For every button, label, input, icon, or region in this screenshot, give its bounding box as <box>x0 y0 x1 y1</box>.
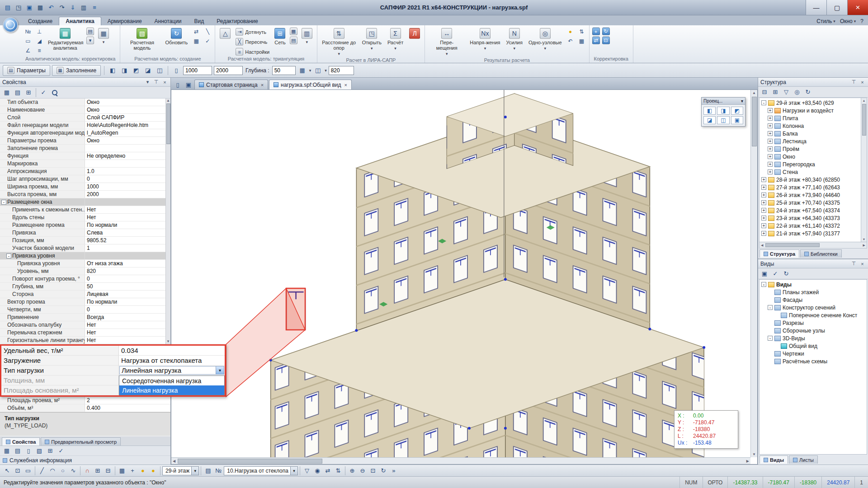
perpendicular-icon[interactable]: ⊥ <box>35 28 44 36</box>
tree-expander-icon[interactable] <box>768 328 773 333</box>
opening-height-input[interactable] <box>214 66 243 75</box>
property-row[interactable]: Наименование Окно <box>0 106 170 114</box>
rotate-icon[interactable]: ↻ <box>602 28 610 35</box>
orbit-icon[interactable]: ↻ <box>378 466 388 475</box>
property-value[interactable]: Нагрузка от стеклопакета <box>119 356 225 365</box>
property-row[interactable]: Сторона Лицевая <box>0 291 170 298</box>
property-row[interactable]: -Привязка уровня <box>0 252 170 260</box>
tree-item[interactable]: Расчётные схемы <box>760 357 867 365</box>
tree-item[interactable]: + 21-й этаж +57,940 (31377 <box>760 230 867 237</box>
displacements-button[interactable]: ↔ Пере-мещения ▾ <box>428 27 466 57</box>
opening-align-left-icon[interactable]: ◧ <box>108 66 118 75</box>
pin-icon[interactable]: ⊤ <box>850 79 857 85</box>
lira-sapr-button[interactable]: Л <box>407 27 422 40</box>
tree-item[interactable]: + Проём <box>760 145 867 153</box>
scrollbar-thumb[interactable] <box>765 243 820 247</box>
expander-icon[interactable] <box>6 207 11 212</box>
apply-icon[interactable]: ✓ <box>38 88 48 98</box>
tree-item[interactable]: - 3D-Виды <box>760 334 867 342</box>
maximize-button[interactable]: ▢ <box>826 0 847 15</box>
tree-expander-icon[interactable] <box>768 290 773 295</box>
tree-item[interactable]: + 28-й этаж +80,340 (62850 <box>760 176 867 183</box>
property-value[interactable]: l_AutoRegen <box>85 129 170 136</box>
expander-icon[interactable] <box>6 230 11 235</box>
panel-menu-icon[interactable]: ▾ <box>741 99 743 103</box>
tree-expander-icon[interactable]: + <box>768 162 773 167</box>
more-tools-icon[interactable]: » <box>389 466 399 475</box>
tab-close-icon[interactable]: × <box>260 82 264 88</box>
intersect-button[interactable]: ╳Пересечь <box>235 38 270 46</box>
apply-view-icon[interactable]: ✓ <box>770 269 780 279</box>
opening-align-right-icon[interactable]: ◨ <box>119 66 129 75</box>
tree-expander-icon[interactable]: + <box>761 185 766 190</box>
property-value[interactable]: Не определено <box>85 152 170 160</box>
opening-depth-input[interactable] <box>272 66 296 75</box>
property-value[interactable]: 2000 <box>85 191 170 198</box>
light-alt-icon[interactable]: ● <box>148 466 158 475</box>
panel-menu-icon[interactable]: ▾ <box>144 79 151 85</box>
tree-expander-icon[interactable]: + <box>761 216 766 221</box>
projection-front-icon[interactable]: ◧ <box>703 107 716 115</box>
property-value[interactable]: Нет <box>85 214 170 221</box>
model-canvas[interactable]: Проекц... ▾ ◧ ◨ ◩ ◪ ◫ ▣ <box>171 89 758 465</box>
editable-analytics-button[interactable]: ▦ Редактируемая аналитика <box>46 27 84 52</box>
expander-icon[interactable]: - <box>6 253 11 258</box>
tree-item[interactable]: Разрезы <box>760 319 867 327</box>
menu-tab[interactable]: Армирование <box>101 17 148 25</box>
close-icon[interactable]: × <box>859 260 866 267</box>
property-value[interactable]: 0.034 <box>119 346 225 355</box>
tree-item[interactable]: Чертежи <box>760 350 867 357</box>
pin-icon[interactable]: ⊤ <box>153 79 160 85</box>
zoom-in-icon[interactable]: ⊕ <box>347 466 357 475</box>
magnet-snap-icon[interactable]: ∩ <box>82 466 92 475</box>
expander-icon[interactable] <box>1 154 6 159</box>
property-value[interactable]: 0 <box>85 306 170 313</box>
property-value[interactable]: Окно <box>85 137 170 144</box>
select-poly-icon[interactable]: ▭ <box>23 466 33 475</box>
tree-item[interactable]: Поперечное сечение Конст <box>760 311 867 319</box>
expander-icon[interactable] <box>11 269 16 274</box>
property-row[interactable]: Ширина проема, мм 1000 <box>0 183 170 191</box>
print-icon[interactable]: ▥ <box>79 3 89 12</box>
chevron-down-icon[interactable]: ▾ <box>309 68 311 73</box>
align-icon[interactable]: ≡ <box>35 47 44 55</box>
property-row[interactable]: Высота проема, мм 2000 <box>0 191 170 198</box>
categorized-view-icon[interactable]: ▦ <box>2 88 12 98</box>
property-row[interactable]: Маркировка <box>0 160 170 168</box>
property-row[interactable]: Уровень, мм 820 <box>0 267 170 275</box>
property-row[interactable]: Перемычка стержнем Нет <box>0 329 170 337</box>
tree-item[interactable]: + Колонна <box>760 122 867 130</box>
property-row[interactable]: Вектор проема По нормали <box>0 298 170 306</box>
tree-item[interactable]: + 23-й этаж +64,340 (43373 <box>760 214 867 222</box>
analytic-table-button[interactable]: ▦ ▾ <box>96 27 111 46</box>
property-row[interactable]: Поворот контура проема, ° 0 <box>0 275 170 283</box>
selected-window[interactable] <box>287 288 306 330</box>
doc-save-icon[interactable]: ▣ <box>184 80 193 89</box>
property-row[interactable]: Привязка Слева <box>0 229 170 237</box>
filter-icon[interactable]: ▽ <box>302 466 312 475</box>
property-value[interactable]: Окно <box>85 99 170 106</box>
triangulation-options-button[interactable]: ▥ ▾ <box>300 27 314 46</box>
tree-expander-icon[interactable] <box>774 313 779 318</box>
property-value[interactable]: 2 <box>85 397 170 404</box>
calc-model-button[interactable]: ▧ Расчетная модель <box>123 27 161 52</box>
tree-item[interactable]: Фасады <box>760 296 867 304</box>
property-value[interactable]: Всегда <box>85 314 170 321</box>
expand-tree-icon[interactable]: ⊞ <box>770 87 780 97</box>
property-value[interactable]: От низа этажа <box>85 260 170 267</box>
property-value[interactable]: Нет <box>85 337 170 344</box>
tree-expander-icon[interactable]: + <box>761 177 766 182</box>
refresh-icon[interactable]: ↻ <box>781 269 791 279</box>
help-button[interactable]: ? <box>860 18 863 24</box>
new-view-icon[interactable]: ▣ <box>760 269 769 279</box>
expander-icon[interactable] <box>1 323 6 328</box>
tree-item[interactable]: + Балка <box>760 130 867 137</box>
close-button[interactable]: × <box>847 0 868 15</box>
tree-expander-icon[interactable]: + <box>761 192 766 197</box>
tab-close-icon[interactable]: × <box>344 82 347 88</box>
page-orientation-icon[interactable]: ▯ <box>171 66 181 75</box>
expander-icon[interactable] <box>6 223 11 228</box>
tree-expander-icon[interactable]: + <box>768 123 773 128</box>
visibility-icon[interactable]: ◉ <box>312 466 322 475</box>
panel-tab[interactable]: Предварительный просмотр <box>41 437 121 446</box>
